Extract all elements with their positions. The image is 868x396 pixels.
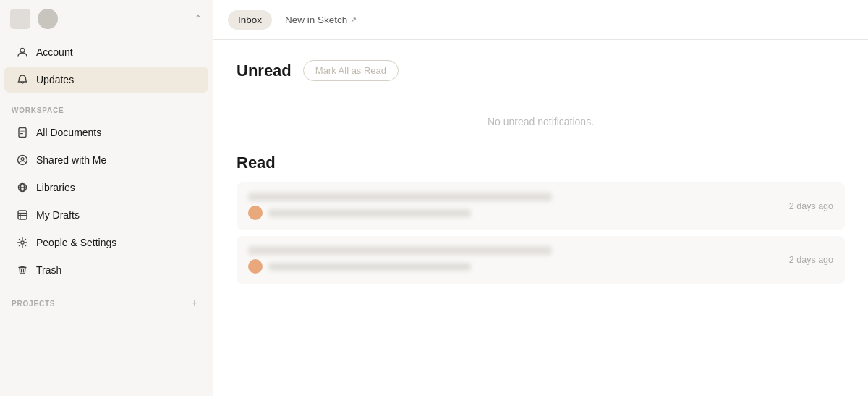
user-avatar [38, 9, 58, 29]
notification-avatar [248, 259, 263, 274]
libraries-icon [16, 181, 29, 194]
notification-sub-blur [268, 263, 471, 271]
workspace-section-label: WORKSPACE [0, 93, 213, 119]
svg-rect-1 [19, 128, 26, 138]
notification-sub-blur [268, 209, 471, 217]
notification-title-blur [248, 246, 552, 255]
notification-content [248, 246, 775, 274]
sidebar-updates-label: Updates [36, 74, 74, 85]
person-circle-icon [16, 153, 29, 167]
notification-title-blur [248, 193, 552, 201]
projects-section-label: PROJECTS [12, 300, 188, 308]
notification-sub-row [248, 206, 775, 220]
sidebar-item-account[interactable]: Account [4, 39, 208, 65]
read-heading: Read [237, 153, 845, 172]
notification-time: 2 days ago [789, 255, 833, 265]
sidebar-header: ⌃ [0, 0, 213, 38]
projects-header: PROJECTS + [0, 284, 213, 314]
sidebar-item-all-documents[interactable]: All Documents [4, 119, 208, 146]
bell-icon [16, 73, 29, 86]
sidebar-people-settings-label: People & Settings [36, 237, 116, 248]
document-icon [16, 126, 29, 139]
main-content: Inbox New in Sketch ↗ Unread Mark All as… [213, 0, 868, 396]
sidebar-trash-label: Trash [36, 264, 61, 276]
trash-icon [16, 264, 29, 277]
empty-state-text: No unread notifications. [237, 94, 845, 153]
svg-rect-3 [20, 132, 25, 132]
topbar: Inbox New in Sketch ↗ [213, 0, 868, 40]
tab-inbox[interactable]: Inbox [228, 10, 272, 30]
sidebar-account-label: Account [36, 46, 73, 58]
svg-point-14 [21, 241, 24, 244]
external-link-icon: ↗ [350, 15, 357, 25]
sidebar-item-people-settings[interactable]: People & Settings [4, 229, 208, 256]
sidebar-item-trash[interactable]: Trash [4, 257, 208, 283]
unread-heading: Unread [237, 62, 292, 80]
sidebar-shared-label: Shared with Me [36, 154, 106, 166]
chevron-down-icon[interactable]: ⌃ [194, 13, 203, 25]
unread-section-header: Unread Mark All as Read [237, 60, 845, 81]
notification-time: 2 days ago [789, 201, 833, 211]
sidebar: ⌃ Account Updates WORKSPACE [0, 0, 213, 396]
sidebar-item-updates[interactable]: Updates [4, 67, 208, 93]
mark-all-read-button[interactable]: Mark All as Read [303, 60, 399, 81]
notification-item[interactable]: 2 days ago [237, 182, 845, 230]
sidebar-all-documents-label: All Documents [36, 127, 101, 138]
add-project-button[interactable]: + [188, 297, 201, 310]
content-area: Unread Mark All as Read No unread notifi… [213, 40, 868, 396]
notification-sub-row [248, 259, 775, 274]
svg-point-6 [21, 158, 24, 161]
workspace-avatar [10, 9, 30, 29]
new-in-sketch-label: New in Sketch [285, 14, 347, 25]
svg-point-0 [20, 49, 25, 53]
person-icon [16, 46, 29, 59]
sidebar-libraries-label: Libraries [36, 182, 75, 193]
notification-item[interactable]: 2 days ago [237, 236, 845, 284]
svg-rect-4 [20, 133, 23, 134]
drafts-icon [16, 208, 29, 222]
notification-content [248, 193, 775, 220]
sidebar-item-my-drafts[interactable]: My Drafts [4, 202, 208, 228]
svg-rect-2 [20, 130, 25, 130]
sidebar-item-libraries[interactable]: Libraries [4, 174, 208, 201]
sidebar-item-shared-with-me[interactable]: Shared with Me [4, 147, 208, 173]
tab-new-in-sketch[interactable]: New in Sketch ↗ [275, 10, 367, 30]
gear-icon [16, 236, 29, 249]
notification-avatar [248, 206, 263, 220]
sidebar-my-drafts-label: My Drafts [36, 209, 80, 221]
